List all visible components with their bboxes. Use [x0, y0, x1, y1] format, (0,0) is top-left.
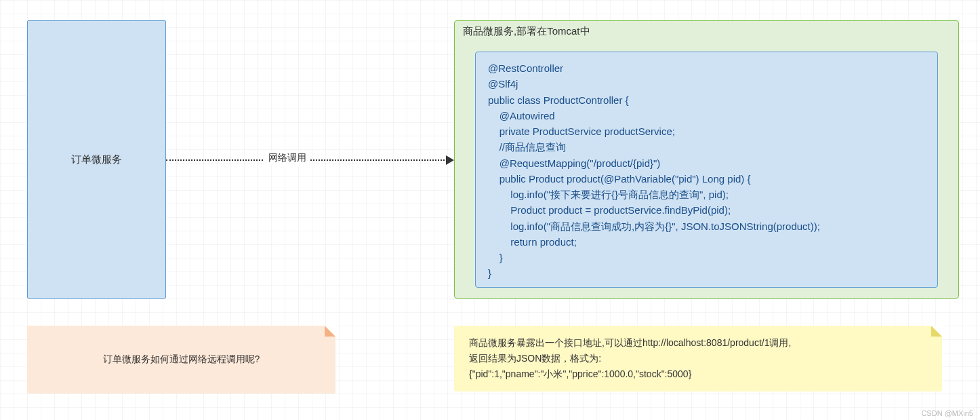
order-service-label: 订单微服务	[71, 153, 122, 166]
note-right: 商品微服务暴露出一个接口地址,可以通过http://localhost:8081…	[454, 326, 942, 392]
note-right-text: 商品微服务暴露出一个接口地址,可以通过http://localhost:8081…	[469, 337, 791, 379]
product-service-container: 商品微服务,部署在Tomcat中 @RestController @Slf4j …	[454, 20, 959, 299]
arrow-label: 网络调用	[264, 151, 310, 166]
note-left-text: 订单微服务如何通过网络远程调用呢?	[103, 351, 260, 367]
order-service-box: 订单微服务	[27, 20, 166, 299]
product-service-code: @RestController @Slf4j public class Prod…	[475, 52, 938, 288]
arrow-head-icon	[446, 155, 454, 165]
note-left: 订单微服务如何通过网络远程调用呢?	[27, 326, 335, 394]
product-service-title: 商品微服务,部署在Tomcat中	[463, 25, 590, 38]
watermark: CSDN @MXin5	[921, 409, 973, 417]
note-corner-icon	[325, 326, 335, 337]
note-corner-icon	[931, 326, 942, 337]
